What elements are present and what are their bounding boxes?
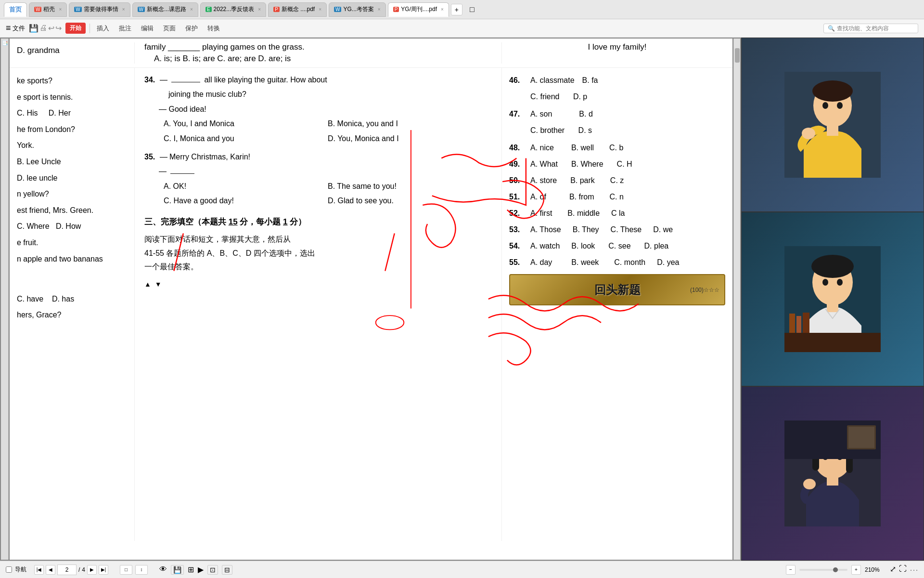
window-controls[interactable]: □ (466, 4, 478, 15)
last-page-btn[interactable]: ▶| (99, 565, 108, 575)
right-top: I love my family! (501, 42, 732, 64)
q46-c: C. friend (530, 92, 559, 101)
section3-instruction-2: 41-55 各题所给的 A、B、C、D 四个选项中，选出 (144, 247, 492, 261)
save-icon[interactable]: 💾 (29, 24, 38, 33)
q55-a: A. day (530, 255, 552, 270)
q34-line: 34. — all like playing the guitar. How a… (144, 73, 492, 87)
options-text: A. is; is B. is; are C. are; are D. are;… (154, 54, 291, 63)
first-page-btn[interactable]: |◀ (34, 565, 44, 575)
nav-checkbox[interactable] (6, 566, 12, 573)
q46-cd-row: C. friend D. p (509, 89, 725, 105)
wps-icon-3: W (138, 7, 145, 12)
split-btn[interactable]: ⊟ (222, 565, 232, 575)
more-options-icon[interactable]: ⋯ (910, 565, 918, 575)
left-toolbar: 📑 (1, 39, 9, 560)
toolbar-comment[interactable]: 批注 (116, 23, 134, 34)
difficulty-row: ▲ ▼ (144, 278, 492, 291)
tab-wps[interactable]: W 稻壳 × (29, 2, 67, 17)
q35-line: 35. — Merry Christmas, Karin! (144, 150, 492, 164)
video-feed-1 (742, 38, 924, 211)
start-button[interactable]: 开始 (65, 23, 86, 34)
middle-questions-col: 34. — all like playing the guitar. How a… (135, 68, 501, 541)
save-view-btn[interactable]: 💾 (171, 565, 184, 575)
status-bar: 导航 |◀ ◀ / 4 ▶ ▶| □ ↕ 👁 💾 ⊞ ▶ ⊡ ⊟ − + 210… (0, 561, 924, 578)
excel-icon: E (205, 7, 212, 12)
scrollbar-thumb[interactable] (735, 48, 740, 63)
next-page-btn[interactable]: ▶ (87, 565, 97, 575)
svg-rect-28 (827, 475, 838, 486)
page-navigation: |◀ ◀ / 4 ▶ ▶| (34, 565, 108, 575)
search-input[interactable] (837, 25, 914, 32)
page-number-input[interactable] (57, 565, 77, 575)
toolbar-edit[interactable]: 编辑 (138, 23, 156, 34)
q35-opt-d: D. Glad to see you. (328, 194, 492, 208)
prev-page-btn[interactable]: ◀ (46, 565, 55, 575)
q48-row: 48. A. nice B. well C. b (509, 140, 725, 156)
nav-label: 导航 (15, 565, 26, 574)
menu-icon[interactable]: ≡ (6, 23, 11, 33)
q55-b: B. week (571, 255, 599, 270)
tab-todo-close[interactable]: × (122, 7, 125, 12)
bookmark-icon[interactable]: 📑 (2, 40, 8, 46)
print-icon[interactable]: 🖨 (39, 24, 47, 33)
new-tab-button[interactable]: + (451, 4, 462, 15)
tab-kaoan[interactable]: W YG...考答案 × (329, 2, 386, 17)
tab-pdf1-close[interactable]: × (319, 7, 321, 12)
q48-a: A. nice (530, 140, 554, 156)
q34-opt-b: B. Monica, you and I (328, 117, 492, 131)
dual-page-icon[interactable]: ⊞ (188, 565, 194, 575)
difficulty-arrow-2: ▼ (155, 278, 162, 291)
zoom-out-btn[interactable]: − (786, 565, 796, 575)
q54-a: A. watch (530, 238, 560, 254)
svg-rect-16 (827, 302, 838, 312)
question-35: 35. — Merry Christmas, Karin! — A. OK! B… (144, 150, 492, 209)
svg-rect-7 (827, 124, 838, 136)
undo-icon[interactable]: ↩ (48, 24, 54, 33)
fit-page-btn[interactable]: □ (120, 565, 132, 575)
q51-c: C. n (609, 189, 623, 205)
q54-d: D. plea (644, 238, 669, 254)
tab-season-close[interactable]: × (258, 7, 261, 12)
q55-num: 55. (509, 255, 523, 270)
zoom-thumb[interactable] (833, 567, 838, 572)
tab-wps-close[interactable]: × (59, 7, 62, 12)
play-icon[interactable]: ▶ (198, 565, 204, 575)
q52-b: B. middle (567, 206, 600, 221)
svg-point-11 (811, 255, 854, 278)
tab-kaoan-close[interactable]: × (378, 7, 381, 12)
zoom-in-btn[interactable]: + (851, 565, 861, 575)
redo-icon[interactable]: ↪ (55, 24, 62, 33)
q55-row: 55. A. day B. week C. month D. yea (509, 255, 725, 270)
tab-home[interactable]: 首页 (4, 2, 27, 17)
q53-row: 53. A. Those B. They C. These D. we (509, 222, 725, 237)
pdf-area[interactable]: 📑 D. grandma family _______ playing game… (0, 38, 741, 561)
q34-continuation: joining the music club? (144, 87, 492, 102)
tab-zhoukan-close[interactable]: × (441, 7, 444, 12)
toolbar-protect[interactable]: 保护 (182, 23, 201, 34)
q54-row: 54. A. watch B. look C. see D. plea (509, 238, 725, 254)
eye-icon[interactable]: 👁 (159, 565, 167, 575)
toolbar-insert[interactable]: 插入 (94, 23, 112, 34)
tab-todo[interactable]: W 需要做得事情 × (69, 2, 130, 17)
fullscreen-icon[interactable]: ⛶ (899, 565, 907, 575)
layout-btn[interactable]: ⊡ (207, 565, 218, 575)
toolbar-file-label[interactable]: 文件 (13, 24, 25, 33)
expand-icon[interactable]: ⤢ (890, 565, 896, 575)
tab-season[interactable]: E 2022...季反馈表 × (200, 2, 266, 17)
q52-row: 52. A. first B. middle C la (509, 206, 725, 221)
tab-pdf1[interactable]: P 新概念 ....pdf × (268, 2, 327, 17)
zoom-slider[interactable] (799, 569, 847, 571)
tab-xingainian[interactable]: W 新概念...课思路 × (132, 2, 198, 17)
tab-home-label: 首页 (9, 5, 22, 14)
scrollbar[interactable] (733, 39, 740, 560)
fit-width-btn[interactable]: ↕ (135, 565, 148, 575)
search-box[interactable]: 🔍 (823, 24, 918, 33)
right-status-icons: ⤢ ⛶ ⋯ (890, 565, 918, 575)
wps-icon-2: W (74, 7, 81, 12)
tab-zhoukan[interactable]: P YG/周刊....pdf × (388, 2, 449, 17)
q51-b: B. from (569, 189, 594, 205)
toolbar-page[interactable]: 页面 (160, 23, 179, 34)
section3-instruction-3: 一个最佳答案。 (144, 260, 492, 274)
toolbar-convert[interactable]: 转换 (205, 23, 223, 34)
tab-xingainian-close[interactable]: × (190, 7, 193, 12)
